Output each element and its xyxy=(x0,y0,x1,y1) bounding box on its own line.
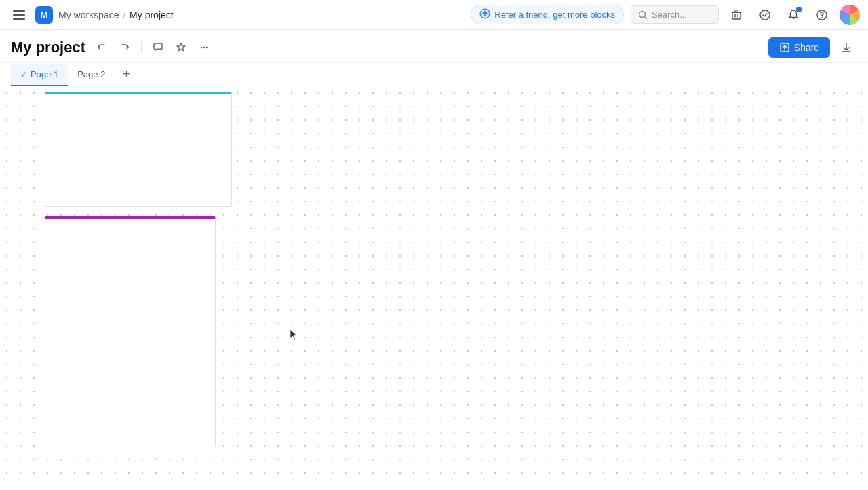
trash-button[interactable] xyxy=(726,4,747,26)
star-icon xyxy=(176,42,186,53)
workspace-name[interactable]: My workspace xyxy=(58,10,119,20)
share-icon xyxy=(779,42,790,53)
tab-page2-label: Page 2 xyxy=(77,69,105,79)
avatar-image xyxy=(840,5,860,25)
svg-rect-2 xyxy=(13,18,25,20)
export-button[interactable] xyxy=(835,37,857,58)
trash-icon xyxy=(730,9,743,21)
canvas-area[interactable] xyxy=(0,86,868,481)
svg-rect-0 xyxy=(13,10,25,12)
toolbar-left: My project xyxy=(11,37,215,58)
notification-dot xyxy=(796,7,802,12)
svg-point-12 xyxy=(206,47,208,48)
tab-page2[interactable]: Page 2 xyxy=(68,64,115,86)
menu-button[interactable] xyxy=(8,4,30,26)
svg-rect-1 xyxy=(13,14,25,16)
nav-left: M My workspace / My project xyxy=(8,4,174,26)
breadcrumb-current-page[interactable]: My project xyxy=(130,10,174,20)
top-navigation: M My workspace / My project Refer a frie… xyxy=(0,0,868,30)
more-button[interactable] xyxy=(193,37,215,58)
share-button[interactable]: Share xyxy=(768,37,830,58)
star-button[interactable] xyxy=(170,37,192,58)
redo-icon xyxy=(119,42,130,53)
notification-button[interactable] xyxy=(783,4,804,26)
svg-point-11 xyxy=(203,47,205,48)
search-icon xyxy=(638,10,648,20)
toolbar-icons xyxy=(91,37,215,58)
share-label: Share xyxy=(794,42,819,53)
page-tabs: ✓ Page 1 Page 2 + xyxy=(0,63,868,86)
check-circle-button[interactable] xyxy=(754,4,776,26)
breadcrumb: My workspace / My project xyxy=(58,10,174,20)
add-tab-button[interactable]: + xyxy=(117,66,135,83)
toolbar-separator xyxy=(141,41,142,54)
svg-rect-5 xyxy=(732,12,741,19)
page-toolbar: My project xyxy=(0,30,868,63)
svg-point-8 xyxy=(821,16,823,18)
search-placeholder: Search... xyxy=(652,10,687,20)
breadcrumb-separator: / xyxy=(123,10,125,20)
comment-button[interactable] xyxy=(147,37,169,58)
frame-1[interactable] xyxy=(45,92,232,207)
help-button[interactable] xyxy=(811,4,833,26)
help-icon xyxy=(816,9,828,21)
toolbar-right: Share xyxy=(768,37,857,58)
comment-icon xyxy=(153,42,163,53)
export-icon xyxy=(840,41,852,54)
refer-icon xyxy=(479,8,490,21)
svg-point-6 xyxy=(760,10,770,20)
page-title: My project xyxy=(11,39,85,56)
svg-point-10 xyxy=(201,47,202,48)
avatar[interactable] xyxy=(840,5,860,25)
more-icon xyxy=(199,42,210,53)
frame-2[interactable] xyxy=(45,216,216,447)
workspace-logo: M xyxy=(35,6,53,24)
nav-right: Refer a friend, get more blocks Search..… xyxy=(471,4,860,26)
undo-icon xyxy=(96,42,107,53)
refer-text: Refer a friend, get more blocks xyxy=(494,10,615,20)
cursor-pointer xyxy=(290,328,298,341)
undo-button[interactable] xyxy=(91,37,113,58)
tab-page1-label: Page 1 xyxy=(31,69,58,79)
search-box[interactable]: Search... xyxy=(631,5,719,24)
check-circle-icon xyxy=(759,9,771,21)
refer-banner[interactable]: Refer a friend, get more blocks xyxy=(471,5,624,24)
redo-button[interactable] xyxy=(114,37,136,58)
tab-page1[interactable]: ✓ Page 1 xyxy=(11,64,68,86)
tab-check-icon: ✓ xyxy=(20,70,27,79)
